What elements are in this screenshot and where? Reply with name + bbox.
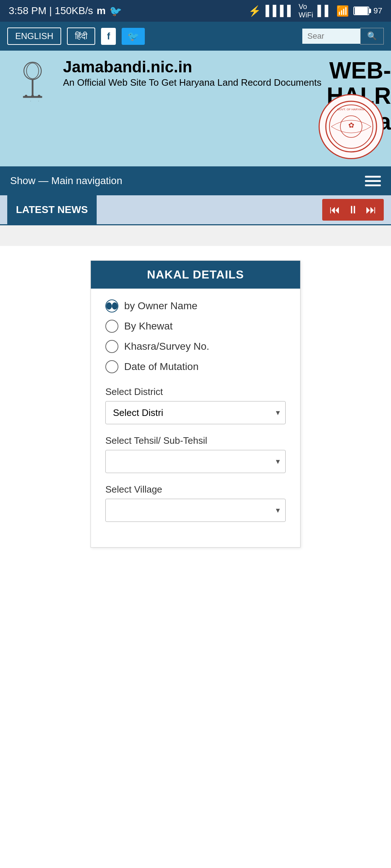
- radio-khasra-label: Khasra/Survey No.: [124, 341, 209, 352]
- banner-line1: WEB-: [327, 58, 391, 83]
- bluetooth-icon: ⚡: [248, 5, 261, 17]
- svg-text:सत्यमेव जयते: सत्यमेव जयते: [25, 101, 39, 101]
- wifi-icon: 📶: [336, 5, 349, 17]
- district-select-wrapper: Select Distri ▾: [105, 401, 286, 424]
- tehsil-form-group: Select Tehsil/ Sub-Tehsil ▾: [105, 435, 286, 473]
- tehsil-select[interactable]: [105, 450, 286, 473]
- hamburger-menu[interactable]: [365, 176, 381, 186]
- battery-indicator: [353, 7, 369, 15]
- main-nav-bar[interactable]: Show — Main navigation: [0, 166, 391, 195]
- svg-text:✿: ✿: [348, 121, 354, 129]
- wifi-signal-icon: ▌▌: [318, 5, 332, 17]
- status-time: 3:58 PM | 150KB/s: [9, 5, 93, 17]
- radio-owner-name[interactable]: by Owner Name: [105, 299, 286, 312]
- svg-point-1: [26, 63, 39, 78]
- facebook-button[interactable]: f: [101, 28, 116, 45]
- village-form-group: Select Village ▾: [105, 484, 286, 522]
- district-select[interactable]: Select Distri: [105, 401, 286, 424]
- tehsil-label: Select Tehsil/ Sub-Tehsil: [105, 435, 286, 446]
- status-right: ⚡ ▌▌▌▌ VoWiFi ▌▌ 📶 97: [248, 3, 382, 19]
- radio-khasra[interactable]: Khasra/Survey No.: [105, 340, 286, 353]
- battery-percent: 97: [374, 6, 382, 16]
- status-bar: 3:58 PM | 150KB/s m 🐦 ⚡ ▌▌▌▌ VoWiFi ▌▌ 📶…: [0, 0, 391, 22]
- radio-khewat-label: By Khewat: [124, 320, 173, 332]
- nav-label: Show — Main navigation: [10, 175, 122, 187]
- village-select-wrapper: ▾: [105, 499, 286, 522]
- search-bar: 🔍: [302, 28, 384, 44]
- nakal-details-card: NAKAL DETAILS by Owner Name By Khewat Kh…: [91, 260, 300, 548]
- news-rewind-button[interactable]: ⏮: [326, 204, 344, 216]
- signal-icon: ▌▌▌▌: [265, 5, 294, 17]
- news-forward-button[interactable]: ⏭: [362, 204, 380, 216]
- district-label: Select District: [105, 386, 286, 397]
- latest-news-bar: LATEST NEWS ⏮ ⏸ ⏭: [0, 195, 391, 224]
- district-form-group: Select District Select Distri ▾: [105, 386, 286, 424]
- news-pause-button[interactable]: ⏸: [344, 204, 362, 216]
- hindi-lang-button[interactable]: हिंदी: [67, 27, 95, 45]
- radio-khasra-circle: [105, 340, 118, 353]
- news-controls: ⏮ ⏸ ⏭: [322, 199, 384, 221]
- village-label: Select Village: [105, 484, 286, 495]
- nakal-details-body: by Owner Name By Khewat Khasra/Survey No…: [91, 289, 300, 547]
- seal-svg: GOVT. OF HARYANA ✿: [324, 99, 378, 154]
- english-lang-button[interactable]: ENGLISH: [7, 27, 61, 45]
- radio-mutation-label: Date of Mutation: [124, 361, 198, 373]
- status-left: 3:58 PM | 150KB/s m 🐦: [9, 5, 122, 17]
- latest-news-label: LATEST NEWS: [7, 195, 97, 224]
- radio-mutation[interactable]: Date of Mutation: [105, 360, 286, 373]
- vo-wifi-icon: VoWiFi: [299, 3, 313, 19]
- nakal-details-title: NAKAL DETAILS: [91, 261, 300, 289]
- hamburger-line-2: [365, 180, 381, 182]
- radio-khewat[interactable]: By Khewat: [105, 320, 286, 333]
- svg-point-4: [25, 95, 27, 97]
- tehsil-select-wrapper: ▾: [105, 450, 286, 473]
- main-content: NAKAL DETAILS by Owner Name By Khewat Kh…: [0, 246, 391, 562]
- search-input[interactable]: [302, 29, 360, 44]
- search-button[interactable]: 🔍: [360, 28, 384, 44]
- haryana-seal: GOVT. OF HARYANA ✿: [319, 94, 384, 159]
- radio-group: by Owner Name By Khewat Khasra/Survey No…: [105, 299, 286, 373]
- radio-owner-circle: [105, 299, 118, 312]
- top-nav: ENGLISH हिंदी f 🐦 🔍: [0, 22, 391, 51]
- site-header: सत्यमेव जयते Jamabandi.nic.in An Officia…: [0, 51, 391, 166]
- radio-owner-dot: [106, 302, 112, 310]
- radio-mutation-circle: [105, 360, 118, 373]
- village-select[interactable]: [105, 499, 286, 522]
- hamburger-line-1: [365, 176, 381, 178]
- radio-owner-label: by Owner Name: [124, 300, 197, 312]
- twitter-status-icon: 🐦: [109, 5, 122, 17]
- hamburger-line-3: [365, 184, 381, 186]
- news-ticker: [0, 224, 391, 246]
- radio-khewat-circle: [105, 320, 118, 333]
- site-description: An Official Web Site To Get Haryana Land…: [63, 77, 321, 88]
- svg-text:GOVT. OF HARYANA: GOVT. OF HARYANA: [337, 108, 365, 111]
- svg-point-5: [31, 95, 34, 97]
- twitter-button[interactable]: 🐦: [122, 28, 145, 45]
- svg-point-6: [38, 95, 40, 97]
- ashoka-pillar-logo: सत्यमेव जयते: [11, 58, 54, 101]
- messenger-icon: m: [97, 5, 106, 17]
